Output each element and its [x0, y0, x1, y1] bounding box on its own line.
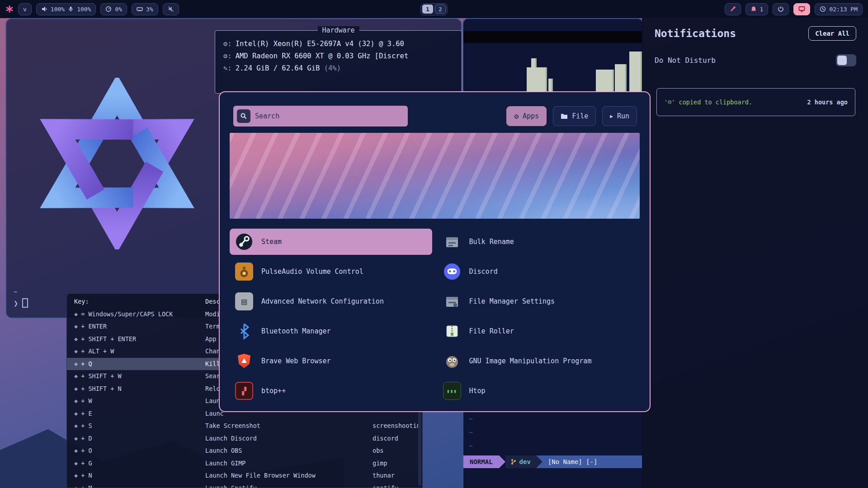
super-key-icon: ❖: [74, 385, 78, 392]
app-item-file-manager-settings[interactable]: File Manager Settings: [438, 288, 640, 314]
notifications-widget[interactable]: 1: [745, 3, 769, 15]
gpu-icon: ⚙:: [223, 52, 232, 60]
app-launcher: ⚙ Apps File ▶ Run Steam PulseAudi: [219, 91, 651, 412]
screen-record-widget[interactable]: [793, 3, 810, 15]
notifications-title: Notifications: [655, 28, 736, 39]
vim-buffer-segment: [No Name] [-]: [542, 455, 642, 468]
super-key-icon: ❖: [74, 397, 78, 404]
super-key-icon: ❖: [74, 347, 78, 355]
search-bar[interactable]: [233, 106, 408, 127]
cpu-widget[interactable]: 0%: [100, 3, 127, 15]
vim-branch-segment: dev: [505, 455, 536, 468]
mode-button-file[interactable]: File: [553, 106, 596, 126]
super-key-icon: ❖: [74, 410, 78, 417]
vim-mode-segment: NORMAL: [463, 455, 499, 468]
app-item-gimp[interactable]: GNU Image Manipulation Program: [438, 348, 640, 374]
workspace-2[interactable]: 2: [435, 5, 446, 14]
super-key-icon: ❖: [74, 484, 78, 488]
speaker-icon: [41, 6, 47, 12]
statusline-arrow: [536, 455, 542, 468]
notification-card[interactable]: '☺' copied to clipboard. 2 hours ago: [656, 88, 855, 116]
app-item-bulk-rename[interactable]: Bulk Rename: [438, 229, 640, 255]
nix-menu-icon[interactable]: [5, 5, 14, 13]
volume-widget[interactable]: 100% 100%: [36, 3, 96, 15]
color-picker-widget[interactable]: [725, 3, 741, 15]
discord-icon: [443, 263, 461, 281]
muted-speaker-icon: [168, 6, 174, 12]
keybind-row: ❖+ STake Screenshotscreenshootin: [67, 420, 422, 432]
workspace-switcher: 1 2: [420, 3, 448, 15]
memory-widget[interactable]: 3%: [132, 3, 158, 15]
memory-icon: ✎:: [223, 64, 232, 72]
keybind-row: ❖+ MLaunch Spotifyspotify: [67, 482, 422, 488]
version-widget[interactable]: v: [18, 3, 32, 15]
app-item-discord[interactable]: Discord: [438, 258, 640, 285]
file-manager-settings-icon: [443, 292, 461, 310]
file-roller-icon: [443, 322, 461, 340]
keybind-row: ❖+ OLaunch OBSobs: [67, 445, 422, 457]
app-item-btop[interactable]: ▞ btop++: [230, 378, 432, 404]
ram-icon: [137, 6, 143, 12]
notification-message: '☺' copied to clipboard.: [664, 99, 752, 106]
clear-all-button[interactable]: Clear All: [808, 26, 856, 41]
status-bar: v 100% 100% 0% 3% 1 2 1: [0, 0, 868, 18]
steam-icon: [235, 233, 253, 251]
run-icon: ▶: [610, 113, 613, 119]
super-key-icon: ❖: [74, 335, 78, 343]
brave-icon: [235, 352, 253, 370]
super-key-icon: ❖: [74, 460, 78, 467]
hardware-gpu-line: ⚙:AMD Radeon RX 6600 XT @ 0.03 GHz [Disc…: [223, 50, 453, 62]
super-key-icon: ❖: [74, 472, 78, 479]
apps-grid-icon: ⚙: [514, 112, 519, 121]
clock-icon: [820, 6, 826, 12]
clock-widget[interactable]: 02:13 PM: [815, 3, 863, 15]
dnd-toggle[interactable]: [836, 54, 856, 66]
vim-tilde: ~: [469, 428, 473, 436]
tui-block: [629, 52, 642, 92]
app-item-pulseaudio[interactable]: PulseAudio Volume Control: [230, 258, 432, 285]
git-branch-icon: [511, 459, 516, 465]
super-key-icon: ❖: [74, 372, 78, 380]
workspace-1[interactable]: 1: [422, 5, 433, 14]
terminal-cursor: [22, 298, 28, 308]
app-item-file-roller[interactable]: File Roller: [438, 318, 640, 344]
app-item-htop[interactable]: ▮▮▮ Htop: [438, 378, 640, 404]
cpu-gauge-icon: [105, 6, 112, 12]
gimp-icon: [443, 352, 461, 370]
nixos-logo: [31, 78, 203, 249]
vim-statusline: NORMAL dev [No Name] [-]: [463, 455, 642, 468]
tui-block: [615, 64, 627, 92]
folder-icon: [561, 113, 568, 119]
power-widget[interactable]: [773, 3, 789, 15]
app-item-network[interactable]: ▤ Advanced Network Configuration: [230, 288, 432, 314]
notifications-panel: Notifications Clear All Do Not Disturb '…: [642, 18, 868, 488]
mute-widget[interactable]: [163, 3, 179, 15]
tui-block: [531, 58, 537, 67]
dnd-label: Do Not Disturb: [655, 56, 716, 65]
app-item-steam[interactable]: Steam: [230, 229, 432, 255]
super-key-icon: ❖: [74, 360, 78, 367]
prompt-chevron: ❯: [14, 299, 18, 308]
app-item-brave[interactable]: Brave Web Browser: [230, 348, 432, 374]
mode-button-run[interactable]: ▶ Run: [602, 106, 637, 126]
color-picker-icon: [730, 6, 736, 12]
power-icon: [778, 6, 784, 12]
mode-button-apps[interactable]: ⚙ Apps: [506, 106, 547, 126]
keybind-row: ❖+ GLaunch GIMPgimp: [67, 457, 422, 470]
microphone-icon: [68, 6, 74, 12]
app-item-bluetooth[interactable]: Bluetooth Manager: [230, 318, 432, 344]
tui-block: [596, 70, 614, 92]
keybind-row: ❖+ NLaunch New File Browser Windowthunar: [67, 469, 422, 482]
super-key-icon: ❖: [74, 435, 78, 442]
htop-icon: ▮▮▮: [443, 382, 461, 400]
hardware-memory-line: ✎:2.24 GiB / 62.64 GiB (4%): [223, 62, 453, 75]
search-input[interactable]: [255, 112, 404, 120]
pulseaudio-icon: [235, 263, 253, 281]
tui-block: [527, 67, 547, 92]
tui-block: [548, 79, 553, 92]
bulk-rename-icon: [443, 233, 461, 251]
terminal-prompt: ❯: [14, 298, 28, 308]
search-icon: [237, 109, 250, 123]
cpu-icon: ⚙:: [223, 40, 232, 48]
super-key-icon: ❖: [74, 422, 78, 429]
